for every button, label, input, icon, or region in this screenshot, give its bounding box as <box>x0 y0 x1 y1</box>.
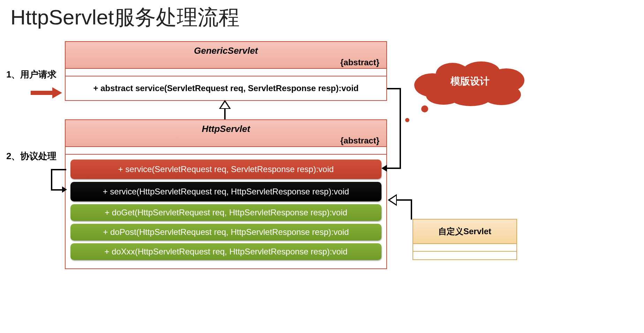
thought-dot-large-icon <box>421 105 428 112</box>
thought-dot-small-icon <box>405 118 409 122</box>
generic-servlet-attr-compartment <box>66 69 386 76</box>
user-request-arrow-icon <box>31 87 62 98</box>
call-line-out <box>51 169 66 170</box>
page-title: HttpServlet服务处理流程 <box>10 3 240 32</box>
doget-method: + doGet(HttpServletRequest req, HttpServ… <box>70 204 381 221</box>
generic-servlet-stereotype: {abstract} <box>66 56 386 67</box>
template-link-arrowhead-icon <box>381 165 387 172</box>
inheritance-arrowhead-icon <box>219 100 231 109</box>
svg-rect-0 <box>31 91 52 95</box>
custom-servlet-attr-compartment <box>413 244 516 252</box>
http-servlet-attr-compartment <box>66 147 386 155</box>
doxxx-method: + doXxx(HttpServletRequest req, HttpServ… <box>70 243 381 260</box>
template-design-label: 模版设计 <box>435 75 505 88</box>
http-servlet-class: HttpServlet {abstract} + service(Servlet… <box>65 119 387 269</box>
generic-servlet-methods: + abstract service(ServletRequest req, S… <box>66 76 386 100</box>
generic-servlet-name: GenericServlet <box>194 45 258 56</box>
step2-label: 2、协议处理 <box>6 150 56 162</box>
template-link-v <box>400 88 401 169</box>
dopost-method: + doPost(HttpServletRequest req, HttpSer… <box>70 224 381 240</box>
service-method-http: + service(HttpServletRequest req, HttpSe… <box>70 182 381 201</box>
generic-service-method: + abstract service(ServletRequest req, S… <box>69 79 383 98</box>
call-line-vert <box>51 169 52 191</box>
service-method-generic: + service(ServletRequest req, ServletRes… <box>70 160 381 179</box>
inheritance-line <box>224 109 226 119</box>
http-servlet-methods: + service(ServletRequest req, ServletRes… <box>66 155 386 265</box>
generic-servlet-header: GenericServlet {abstract} <box>66 42 386 69</box>
template-link-h1 <box>387 88 401 89</box>
custom-servlet-class: 自定义Servlet <box>412 219 517 260</box>
call-arrowhead-icon <box>62 186 67 193</box>
custom-servlet-name: 自定义Servlet <box>413 220 516 244</box>
http-servlet-header: HttpServlet {abstract} <box>66 120 386 147</box>
step1-label: 1、用户请求 <box>6 68 56 81</box>
http-servlet-name: HttpServlet <box>202 124 250 134</box>
custom-inheritance-arrowhead-icon <box>388 194 397 206</box>
generic-servlet-class: GenericServlet {abstract} + abstract ser… <box>65 41 387 101</box>
call-line-in <box>51 189 63 191</box>
svg-marker-1 <box>52 87 62 98</box>
template-link-h2 <box>386 168 401 169</box>
custom-inh-line-v <box>411 199 412 220</box>
http-servlet-stereotype: {abstract} <box>66 134 386 146</box>
custom-inh-line-h <box>397 199 412 201</box>
custom-servlet-method-compartment <box>413 252 516 259</box>
